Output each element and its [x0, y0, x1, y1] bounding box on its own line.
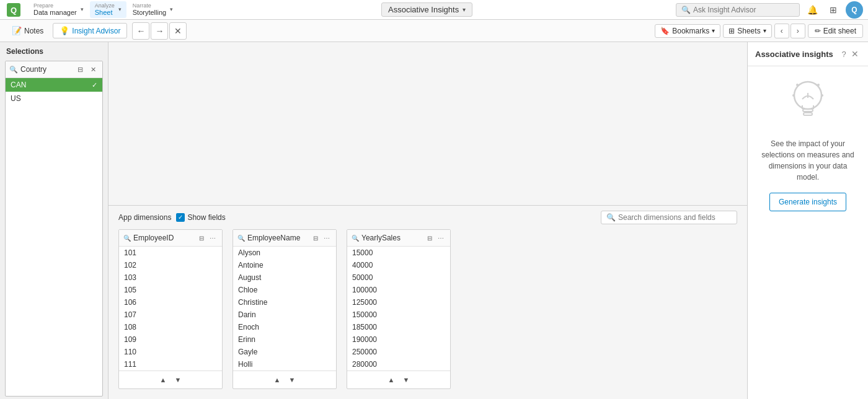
list-item[interactable]: August: [233, 271, 336, 284]
checkbox-check-icon: ✓: [178, 214, 183, 221]
employeeid-header: 🔍 EmployeeID ⊟ ⋯: [119, 230, 222, 247]
employeeid-collapse-btn[interactable]: ⊟: [197, 233, 206, 243]
insight-advisor-label: Insight Advisor: [72, 27, 120, 35]
list-item[interactable]: Gayle: [233, 346, 336, 358]
list-item[interactable]: Alyson: [233, 247, 336, 259]
dimensions-search-input[interactable]: [618, 213, 732, 222]
employeename-scroll-down-btn[interactable]: ▼: [286, 374, 298, 386]
filter-search-icon: 🔍: [9, 66, 18, 74]
notes-label: Notes: [24, 27, 43, 35]
list-item[interactable]: 110: [119, 346, 222, 358]
edit-sheet-button[interactable]: ✏ Edit sheet: [808, 24, 863, 38]
generate-insights-button[interactable]: Generate insights: [769, 193, 846, 211]
sheets-button[interactable]: ⊞ Sheets ▾: [723, 24, 771, 38]
employeename-more-btn[interactable]: ⋯: [322, 233, 332, 243]
list-item[interactable]: 106: [119, 296, 222, 309]
prepare-nav-btn[interactable]: Prepare Data manager ▾: [29, 1, 89, 19]
list-item[interactable]: Enoch: [233, 321, 336, 333]
selection-back-icon[interactable]: ←: [132, 22, 149, 40]
insights-close-button[interactable]: ✕: [849, 48, 861, 59]
list-item[interactable]: 101: [119, 247, 222, 259]
yearlysales-more-btn[interactable]: ⋯: [436, 233, 446, 243]
lightbulb-svg: [786, 76, 830, 131]
filter-remove-icon[interactable]: ✕: [87, 64, 99, 75]
employeeid-search-icon: 🔍: [123, 235, 131, 242]
list-item[interactable]: 111: [119, 358, 222, 370]
filter-item-can[interactable]: CAN: [6, 78, 102, 92]
list-item[interactable]: 185000: [347, 321, 450, 333]
center-area: App dimensions ✓ Show fields 🔍 🔍 Employe…: [108, 42, 747, 399]
notes-icon: 📝: [12, 26, 22, 35]
clear-selections-icon[interactable]: ✕: [169, 22, 187, 40]
list-item[interactable]: Christine: [233, 296, 336, 309]
list-item[interactable]: Chloe: [233, 284, 336, 296]
app-logo[interactable]: Q: [5, 1, 22, 19]
main-content: Selections 🔍 Country ⊟ ✕ CAN US App dime…: [0, 42, 868, 399]
employeeid-column: 🔍 EmployeeID ⊟ ⋯ 101 102 103 105 106 107…: [118, 229, 223, 389]
top-bar-center: Associative Insights ▾: [180, 2, 673, 17]
employeeid-scroll-down-btn[interactable]: ▼: [172, 374, 184, 386]
dim-search-icon: 🔍: [606, 213, 616, 222]
notes-tab[interactable]: 📝 Notes: [5, 23, 50, 38]
yearlysales-collapse-btn[interactable]: ⊟: [425, 233, 435, 243]
list-item[interactable]: 150000: [347, 309, 450, 321]
insights-header: Associative insights ? ✕: [748, 42, 868, 66]
svg-text:Q: Q: [11, 6, 17, 15]
filter-item-us[interactable]: US: [6, 92, 102, 105]
employeeid-more-btn[interactable]: ⋯: [208, 233, 218, 243]
notifications-icon[interactable]: 🔔: [804, 1, 821, 19]
narrate-nav-btn[interactable]: Narrate Storytelling ▾: [128, 1, 178, 19]
insights-description: See the impact of your selections on mea…: [758, 138, 858, 183]
list-item[interactable]: Holli: [233, 358, 336, 370]
app-title-container[interactable]: Associative Insights ▾: [381, 2, 472, 17]
employeename-column: 🔍 EmployeeName ⊟ ⋯ Alyson Antoine August…: [232, 229, 337, 389]
app-dimensions-label: App dimensions: [118, 213, 171, 222]
yearlysales-header: 🔍 YearlySales ⊟ ⋯: [347, 230, 450, 247]
analyze-nav-btn[interactable]: Analyze Sheet ▾: [90, 1, 126, 19]
employeeid-scroll-up-btn[interactable]: ▲: [157, 374, 169, 386]
employeename-scroll-up-btn[interactable]: ▲: [271, 374, 283, 386]
yearlysales-list: 15000 40000 50000 100000 125000 150000 1…: [347, 247, 450, 370]
employeename-list: Alyson Antoine August Chloe Christine Da…: [233, 247, 336, 370]
yearlysales-scroll-up-btn[interactable]: ▲: [385, 374, 397, 386]
sheet-label: Sheet: [95, 9, 115, 16]
list-item[interactable]: Erinn: [233, 333, 336, 346]
list-item[interactable]: 250000: [347, 346, 450, 358]
list-item[interactable]: 190000: [347, 333, 450, 346]
avatar[interactable]: Q: [846, 1, 863, 19]
sheets-icon: ⊞: [728, 27, 735, 35]
list-item[interactable]: 280000: [347, 358, 450, 370]
selection-forward-icon[interactable]: →: [151, 22, 168, 40]
ask-insight-input[interactable]: [693, 6, 794, 14]
country-filter-box: 🔍 Country ⊟ ✕ CAN US: [5, 61, 103, 397]
list-item[interactable]: 100000: [347, 284, 450, 296]
list-item[interactable]: Antoine: [233, 259, 336, 271]
apps-icon[interactable]: ⊞: [825, 1, 842, 19]
list-item[interactable]: Darin: [233, 309, 336, 321]
list-item[interactable]: 40000: [347, 259, 450, 271]
list-item[interactable]: 105: [119, 284, 222, 296]
insight-advisor-tab[interactable]: 💡 Insight Advisor: [53, 23, 127, 38]
top-bar-right: 🔍 🔔 ⊞ Q: [676, 1, 863, 19]
employeeid-footer: ▲ ▼: [119, 370, 222, 388]
list-item[interactable]: 109: [119, 333, 222, 346]
filter-collapse-icon[interactable]: ⊟: [74, 64, 86, 75]
list-item[interactable]: 107: [119, 309, 222, 321]
toolbar: 📝 Notes 💡 Insight Advisor ← → ✕ 🔖 Bookma…: [0, 20, 868, 42]
bookmarks-button[interactable]: 🔖 Bookmarks ▾: [655, 24, 720, 38]
list-item[interactable]: 50000: [347, 271, 450, 284]
employeename-collapse-btn[interactable]: ⊟: [311, 233, 321, 243]
list-item[interactable]: 102: [119, 259, 222, 271]
prev-sheet-button[interactable]: ‹: [774, 24, 789, 38]
yearlysales-scroll-down-btn[interactable]: ▼: [400, 374, 412, 386]
list-item[interactable]: 108: [119, 321, 222, 333]
next-sheet-button[interactable]: ›: [790, 24, 805, 38]
yearlysales-search-icon: 🔍: [352, 235, 359, 242]
top-bar: Q Prepare Data manager ▾ Analyze Sheet ▾…: [0, 0, 868, 20]
svg-point-11: [821, 94, 823, 97]
show-fields-checkbox[interactable]: ✓ Show fields: [176, 213, 225, 222]
list-item[interactable]: 103: [119, 271, 222, 284]
list-item[interactable]: 125000: [347, 296, 450, 309]
list-item[interactable]: 15000: [347, 247, 450, 259]
insights-help-button[interactable]: ?: [838, 48, 849, 59]
